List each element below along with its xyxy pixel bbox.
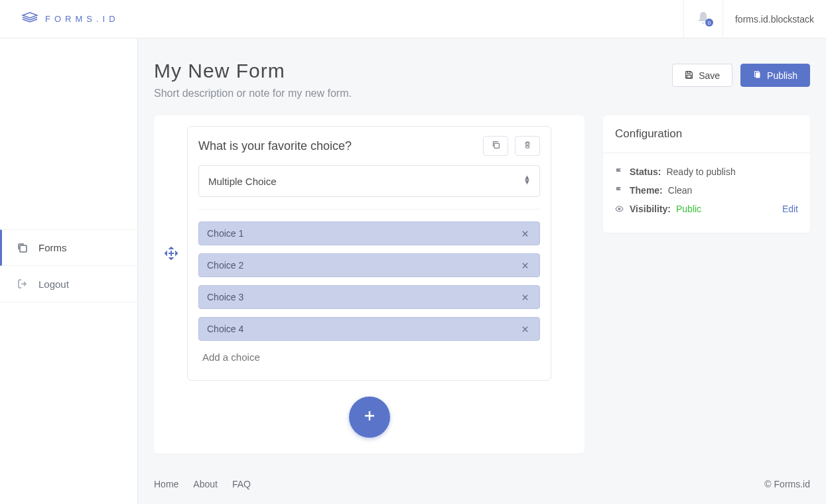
choice-input[interactable] (207, 292, 519, 302)
svg-rect-3 (687, 75, 691, 78)
copy-icon (492, 141, 500, 151)
flag-icon (615, 168, 624, 176)
logout-icon (17, 279, 28, 289)
logo-icon (21, 12, 38, 26)
question-title-input[interactable] (198, 137, 476, 156)
sidebar: Forms Logout (0, 38, 138, 504)
choice-input[interactable] (207, 228, 519, 239)
sidebar-item-forms[interactable]: Forms (0, 229, 137, 266)
publish-label: Publish (767, 70, 797, 81)
choice-input[interactable] (207, 324, 519, 334)
footer-link-home[interactable]: Home (154, 479, 178, 489)
topbar: FORMS.ID 0 forms.id.blockstack (0, 0, 826, 38)
drag-handle-icon[interactable] (165, 247, 178, 262)
copyright: © Forms.id (764, 479, 810, 489)
user-label[interactable]: forms.id.blockstack (723, 0, 826, 38)
copy-icon (17, 243, 28, 253)
save-label: Save (699, 70, 720, 81)
flag-icon (615, 186, 624, 194)
footer: Home About FAQ © Forms.id (138, 464, 826, 504)
sidebar-item-label: Logout (38, 279, 69, 290)
remove-choice-button[interactable] (519, 323, 531, 336)
choice-row (198, 221, 540, 245)
svg-rect-1 (20, 245, 27, 252)
save-button[interactable]: Save (672, 64, 732, 87)
svg-point-11 (618, 208, 620, 210)
add-question-button[interactable] (349, 397, 390, 438)
config-visibility-row: Visibility: Public Edit (615, 200, 798, 218)
config-heading: Configuration (603, 115, 810, 153)
divider (198, 209, 540, 210)
config-status-row: Status: Ready to publish (615, 162, 798, 181)
remove-choice-button[interactable] (519, 227, 531, 240)
page-title: My New Form (154, 60, 352, 82)
footer-link-about[interactable]: About (193, 479, 218, 489)
notification-badge: 0 (705, 19, 713, 27)
sidebar-item-label: Forms (38, 242, 67, 253)
choice-input[interactable] (207, 260, 519, 271)
edit-visibility-link[interactable]: Edit (782, 204, 798, 214)
add-choice-input[interactable] (198, 349, 540, 365)
eye-icon (615, 206, 624, 212)
sidebar-item-logout[interactable]: Logout (0, 266, 137, 302)
publish-icon (753, 70, 762, 81)
choice-row (198, 285, 540, 309)
choice-row (198, 317, 540, 341)
notifications-button[interactable]: 0 (683, 0, 723, 38)
publish-button[interactable]: Publish (740, 64, 810, 87)
svg-rect-10 (494, 143, 499, 148)
question-card: Multiple Choice ▲▼ (187, 126, 551, 381)
svg-rect-5 (756, 72, 760, 78)
logo-text: FORMS.ID (45, 14, 119, 24)
delete-button[interactable] (515, 136, 540, 156)
footer-link-faq[interactable]: FAQ (232, 479, 251, 489)
choice-row (198, 253, 540, 277)
remove-choice-button[interactable] (519, 291, 531, 304)
config-card: Configuration Status: Ready to publish (603, 115, 810, 233)
duplicate-button[interactable] (483, 136, 508, 156)
editor-card: Multiple Choice ▲▼ (154, 115, 585, 454)
svg-marker-0 (23, 13, 37, 18)
config-theme-row: Theme: Clean (615, 181, 798, 200)
logo[interactable]: FORMS.ID (0, 0, 138, 38)
question-type-select[interactable]: Multiple Choice (198, 165, 540, 197)
trash-icon (523, 141, 531, 151)
page-subtitle: Short description or note for my new for… (154, 88, 352, 99)
plus-icon (364, 409, 376, 426)
svg-rect-2 (687, 71, 690, 73)
remove-choice-button[interactable] (519, 259, 531, 272)
save-icon (685, 70, 693, 81)
